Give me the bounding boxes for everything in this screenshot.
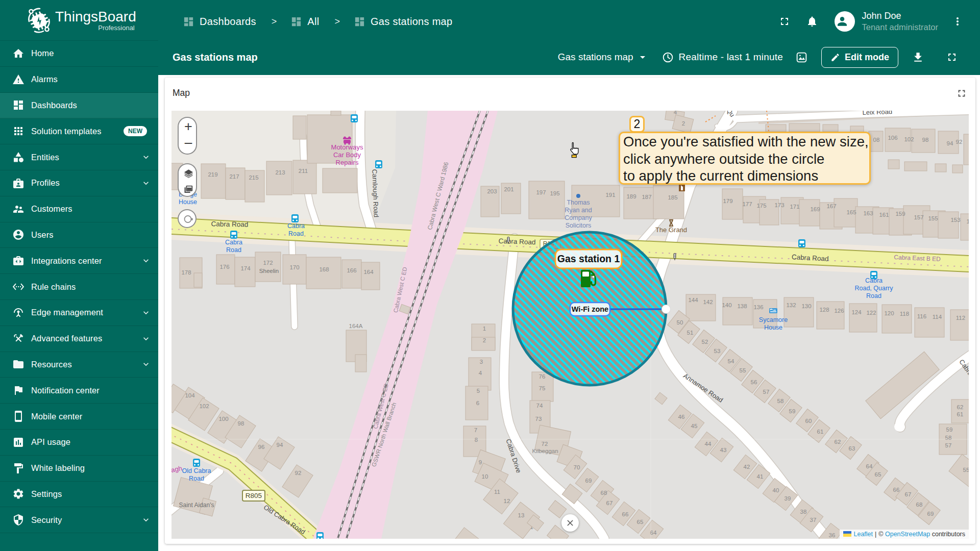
svg-text:7: 7 (474, 427, 477, 433)
svg-text:189: 189 (626, 193, 636, 199)
svg-text:73: 73 (535, 416, 542, 422)
svg-text:126: 126 (834, 308, 844, 314)
svg-text:62: 62 (957, 404, 964, 410)
svg-text:67: 67 (606, 500, 613, 506)
svg-text:Ryan and: Ryan and (565, 207, 592, 214)
svg-text:52: 52 (702, 339, 708, 345)
svg-text:65: 65 (637, 519, 644, 525)
svg-text:R805: R805 (246, 492, 262, 499)
svg-text:45: 45 (691, 423, 698, 429)
svg-text:Gas station 1: Gas station 1 (557, 253, 620, 264)
svg-text:98: 98 (238, 420, 244, 427)
svg-text:165: 165 (846, 209, 856, 215)
svg-text:64: 64 (866, 463, 873, 469)
svg-text:217: 217 (229, 173, 239, 180)
svg-text:4: 4 (479, 370, 482, 376)
svg-text:104: 104 (185, 392, 195, 398)
svg-text:59: 59 (789, 408, 796, 414)
svg-text:The Grand: The Grand (655, 226, 687, 234)
svg-text:Company: Company (565, 214, 592, 221)
svg-text:187: 187 (642, 194, 651, 200)
svg-text:213: 213 (275, 169, 285, 176)
svg-text:178: 178 (181, 269, 191, 276)
svg-text:163: 163 (863, 210, 873, 216)
svg-text:195: 195 (550, 190, 559, 196)
svg-text:157: 157 (914, 214, 923, 220)
svg-text:96: 96 (258, 444, 265, 450)
svg-text:60: 60 (805, 418, 812, 424)
svg-text:136: 136 (753, 304, 763, 310)
svg-text:3: 3 (480, 359, 483, 365)
svg-text:Car Body: Car Body (333, 151, 361, 159)
svg-text:2: 2 (682, 120, 685, 127)
svg-text:211: 211 (299, 168, 308, 174)
svg-text:161: 161 (879, 212, 889, 218)
svg-text:191: 191 (605, 192, 615, 198)
svg-text:94: 94 (277, 442, 283, 448)
svg-text:Solicitors: Solicitors (566, 222, 592, 229)
svg-text:Cabra Road: Cabra Road (499, 237, 536, 246)
svg-text:175: 175 (756, 203, 766, 209)
svg-text:70: 70 (574, 464, 580, 470)
svg-text:167: 167 (826, 203, 836, 209)
svg-text:38: 38 (800, 509, 807, 515)
svg-text:Motorways: Motorways (331, 143, 363, 151)
svg-text:55: 55 (963, 467, 969, 473)
svg-text:66: 66 (893, 487, 900, 493)
svg-text:36: 36 (829, 532, 836, 538)
svg-text:124: 124 (851, 309, 862, 315)
svg-text:177: 177 (742, 201, 752, 207)
svg-text:132: 132 (786, 302, 796, 308)
svg-text:128: 128 (819, 307, 829, 313)
svg-text:114: 114 (933, 314, 942, 320)
svg-text:144: 144 (688, 297, 698, 303)
svg-text:66: 66 (622, 511, 629, 517)
svg-text:57: 57 (945, 442, 952, 448)
svg-text:164: 164 (363, 269, 374, 275)
svg-text:92: 92 (295, 470, 302, 476)
svg-text:94: 94 (947, 140, 953, 146)
svg-text:37: 37 (810, 517, 817, 523)
svg-text:5: 5 (477, 388, 480, 394)
svg-text:4: 4 (674, 111, 677, 115)
svg-text:12: 12 (504, 498, 510, 504)
svg-text:Cabra Road: Cabra Road (211, 220, 249, 228)
svg-text:Repairs: Repairs (336, 159, 359, 166)
svg-text:Old Cabra: Old Cabra (182, 467, 211, 474)
svg-text:55: 55 (740, 367, 746, 373)
svg-text:46: 46 (678, 414, 685, 420)
svg-text:8: 8 (475, 437, 478, 443)
svg-text:174: 174 (240, 265, 251, 271)
svg-text:43: 43 (720, 447, 727, 453)
svg-text:08: 08 (873, 137, 880, 143)
svg-text:58: 58 (945, 435, 952, 441)
svg-text:61: 61 (957, 411, 964, 417)
svg-text:50: 50 (677, 319, 683, 325)
svg-text:56: 56 (751, 379, 757, 385)
svg-text:112: 112 (956, 315, 965, 321)
svg-text:168: 168 (319, 266, 329, 272)
svg-text:118: 118 (900, 311, 909, 317)
svg-text:130: 130 (801, 303, 811, 309)
svg-text:Thomas: Thomas (567, 199, 590, 206)
svg-text:120: 120 (884, 310, 894, 316)
svg-text:Saint Aidan's: Saint Aidan's (179, 502, 214, 509)
svg-text:Sycamore: Sycamore (759, 316, 788, 323)
svg-text:164A: 164A (349, 323, 363, 329)
svg-text:69: 69 (927, 511, 934, 517)
svg-text:100: 100 (218, 416, 228, 422)
svg-text:1: 1 (483, 325, 486, 332)
svg-text:63: 63 (849, 445, 855, 452)
svg-text:39: 39 (785, 495, 791, 502)
svg-text:Road: Road (866, 292, 881, 299)
svg-text:166: 166 (347, 267, 356, 273)
svg-text:179: 179 (723, 198, 732, 204)
svg-text:Road: Road (226, 246, 241, 254)
svg-text:69: 69 (585, 478, 592, 484)
svg-text:98: 98 (922, 137, 929, 143)
svg-text:219: 219 (208, 171, 217, 178)
svg-text:67: 67 (905, 491, 912, 497)
svg-text:171: 171 (790, 204, 799, 210)
svg-text:10: 10 (482, 473, 488, 480)
svg-text:Road: Road (189, 475, 204, 482)
